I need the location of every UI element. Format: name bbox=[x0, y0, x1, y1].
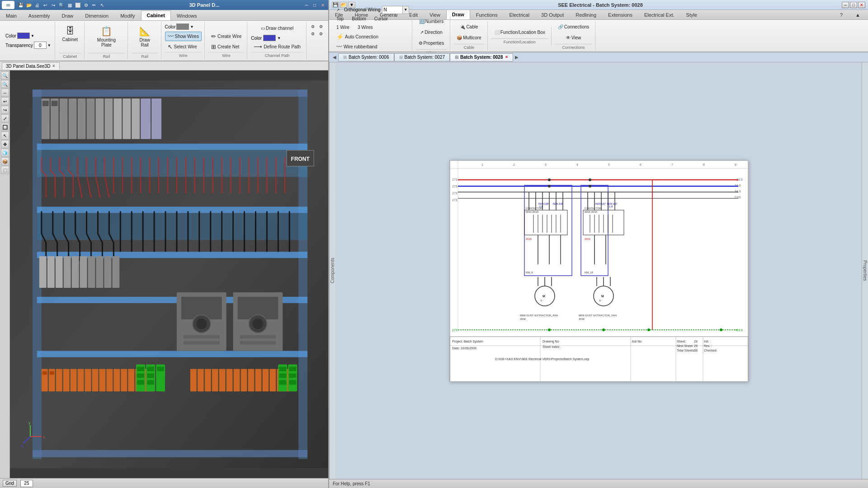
draw-rail-btn[interactable]: 📐 Draw Rail bbox=[132, 23, 157, 50]
cab-btn[interactable]: ⚙ bbox=[309, 23, 316, 30]
qat-print[interactable]: 🖨 bbox=[33, 1, 41, 9]
transparency-arrow[interactable]: ▼ bbox=[47, 43, 51, 47]
rotate-cw-btn[interactable]: ↩ bbox=[1, 97, 9, 105]
select-btn[interactable]: ↖ bbox=[1, 131, 9, 140]
connections-btn[interactable]: 🔗 Connections bbox=[555, 22, 593, 32]
cabinet-btn[interactable]: 🗄 Cabinet bbox=[59, 23, 81, 44]
components-sidebar[interactable]: Components bbox=[329, 62, 335, 479]
cab2-btn[interactable]: ⚙ bbox=[309, 31, 316, 37]
left-close[interactable]: ✕ bbox=[319, 1, 326, 9]
doc-tab-3d[interactable]: 3D Panel Data.See3D ✕ bbox=[2, 62, 60, 70]
orthogonal-btn[interactable]: ↗ bbox=[334, 6, 343, 14]
orthogonal-arrow[interactable]: ▼ bbox=[402, 6, 409, 14]
function-location-box-btn[interactable]: ⬜ Function/Location Box bbox=[491, 28, 548, 37]
tab-main[interactable]: Main bbox=[0, 10, 23, 20]
numbers-btn[interactable]: 🔢 Numbers bbox=[415, 17, 448, 26]
rtab-collapse[interactable]: ▲ bbox=[849, 9, 866, 19]
rtab-redlining[interactable]: Redlining bbox=[570, 9, 602, 19]
qat-redo[interactable]: ↪ bbox=[50, 1, 57, 9]
select-wire-btn[interactable]: ↖ Select Wire bbox=[165, 42, 202, 52]
qat-undo[interactable]: ↩ bbox=[42, 1, 49, 9]
cable-btn[interactable]: 🔌 Cable bbox=[453, 22, 485, 32]
tab-assembly[interactable]: Assembly bbox=[23, 10, 56, 20]
color-swatch[interactable] bbox=[17, 33, 30, 39]
fit-btn[interactable]: ⤢ bbox=[1, 114, 9, 122]
auto-connection-btn[interactable]: ⚡ Auto Connection bbox=[334, 32, 409, 42]
define-route-btn[interactable]: ⟶ Define Route Path bbox=[251, 42, 303, 52]
cursor-btn[interactable]: Cursor bbox=[372, 15, 391, 23]
doc-tab-close[interactable]: ✕ bbox=[52, 64, 56, 68]
left-minimize[interactable]: ─ bbox=[303, 1, 310, 9]
batch-nav-left[interactable]: ◀ bbox=[331, 55, 338, 60]
create-net-btn[interactable]: ⊞ Create Net bbox=[208, 42, 244, 52]
qat-zoom[interactable]: 🔍 bbox=[58, 1, 65, 9]
qat-select[interactable]: ▦ bbox=[66, 1, 73, 9]
right-minimize[interactable]: ─ bbox=[842, 2, 849, 8]
grid-input[interactable] bbox=[20, 480, 33, 487]
tab-dimension[interactable]: Dimension bbox=[79, 10, 114, 20]
qat-save[interactable]: 💾 bbox=[17, 1, 24, 9]
three-wires-btn[interactable]: 3 Wires bbox=[355, 23, 376, 31]
rotate-ccw-btn[interactable]: ↪ bbox=[1, 106, 9, 114]
zoom-out-btn[interactable]: 🔍 bbox=[1, 80, 9, 88]
qat-open[interactable]: 📂 bbox=[25, 1, 33, 9]
rtab-style[interactable]: Style bbox=[680, 9, 703, 19]
view-btn[interactable]: 👁 View bbox=[555, 33, 593, 42]
color-control[interactable]: Color ▼ bbox=[5, 33, 51, 39]
co2-btn[interactable]: ⚙ bbox=[317, 31, 325, 37]
rtab-elec-ext[interactable]: Electrical Ext. bbox=[638, 9, 680, 19]
wire-color-arrow[interactable]: ▼ bbox=[190, 25, 193, 29]
transparency-input[interactable] bbox=[34, 42, 47, 49]
batch-nav-right[interactable]: ▶ bbox=[513, 55, 520, 60]
3d-view2-btn[interactable]: 📦 bbox=[1, 157, 9, 165]
left-maximize[interactable]: □ bbox=[311, 1, 318, 9]
multicore-btn[interactable]: 📦 Multicore bbox=[453, 33, 485, 42]
grid-btn[interactable]: Grid bbox=[3, 480, 17, 487]
tab-cabinet[interactable]: Cabinet bbox=[141, 10, 171, 20]
mounting-plate-btn[interactable]: 📋 Mounting Plate bbox=[89, 23, 124, 50]
one-wire-btn[interactable]: 1 Wire bbox=[334, 23, 352, 31]
batch-tab-0006[interactable]: ⊞ Batch System: 0006 bbox=[338, 53, 394, 61]
right-restore[interactable]: □ bbox=[850, 2, 857, 8]
batch-0028-close[interactable]: ✕ bbox=[505, 55, 508, 59]
rtab-3doutput[interactable]: 3D Output bbox=[535, 9, 570, 19]
rtab-functions[interactable]: Functions bbox=[470, 9, 504, 19]
properties-sidebar[interactable]: Properties bbox=[862, 62, 868, 479]
co-btn[interactable]: ⚙ bbox=[317, 23, 325, 30]
zoom-in-btn[interactable]: 🔍 bbox=[1, 71, 9, 80]
channel-color-arrow[interactable]: ▼ bbox=[277, 36, 281, 40]
rtab-electrical[interactable]: Electrical bbox=[503, 9, 535, 19]
draw-channel-btn[interactable]: ▭ Draw channel bbox=[251, 23, 303, 33]
box-btn[interactable]: 🔲 bbox=[1, 123, 9, 131]
create-wire-btn[interactable]: ✏ Create Wire bbox=[208, 32, 244, 41]
schematic-area[interactable]: Components Properties 1 2 3 4 5 6 7 8 9 bbox=[329, 62, 868, 479]
batch-tab-0028[interactable]: ⊞ Batch System: 0028 ✕ bbox=[450, 53, 513, 61]
wire-rubberband-btn[interactable]: 〰 Wire rubberband bbox=[334, 42, 409, 52]
orthogonal-dropdown[interactable]: N ▼ bbox=[382, 6, 409, 14]
qat-pencil[interactable]: ✏ bbox=[90, 1, 98, 9]
tab-draw[interactable]: Draw bbox=[56, 10, 80, 20]
3d-view1-btn[interactable]: 🧊 bbox=[1, 149, 9, 157]
rtab-question[interactable]: ? bbox=[834, 9, 849, 19]
qat-settings[interactable]: ⚙ bbox=[82, 1, 90, 9]
wire-properties-btn[interactable]: ⚙ Properties bbox=[415, 38, 448, 48]
rtab-extensions[interactable]: Extensions bbox=[602, 9, 638, 19]
color-dropdown-arrow[interactable]: ▼ bbox=[31, 34, 34, 38]
3d-viewport[interactable]: FRONT x y z bbox=[10, 70, 328, 478]
wire-color-swatch[interactable] bbox=[176, 23, 189, 30]
bottom-btn[interactable]: Bottom bbox=[349, 15, 369, 23]
tab-windows[interactable]: Windows bbox=[171, 10, 203, 20]
qat-arrow[interactable]: ↖ bbox=[99, 1, 106, 9]
batch-tab-0027[interactable]: ⊞ Batch System: 0027 bbox=[394, 53, 450, 61]
pan-btn[interactable]: ↔ bbox=[1, 89, 9, 97]
right-close[interactable]: ✕ bbox=[858, 2, 865, 8]
show-wires-btn[interactable]: 〰 Show Wires bbox=[165, 32, 202, 41]
move-btn[interactable]: ✥ bbox=[1, 140, 9, 148]
channel-color-swatch[interactable] bbox=[263, 35, 276, 41]
direction-btn[interactable]: ↗ Direction bbox=[415, 28, 448, 37]
tab-modify[interactable]: Modify bbox=[114, 10, 141, 20]
qat-more[interactable]: ⬜ bbox=[74, 1, 81, 9]
top-btn[interactable]: Top bbox=[334, 15, 346, 23]
wire-color-ctrl[interactable]: Color ▼ bbox=[165, 23, 202, 30]
3d-view3-btn[interactable]: ⬚ bbox=[1, 166, 9, 174]
